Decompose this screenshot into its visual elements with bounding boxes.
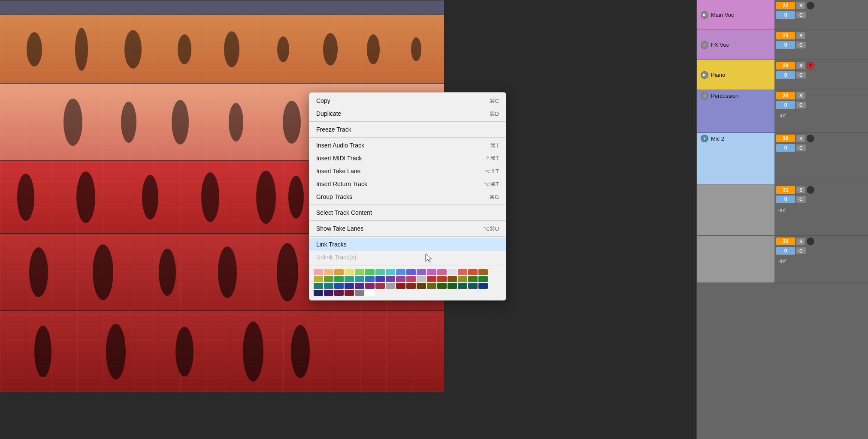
color-swatch[interactable] <box>448 276 457 282</box>
channel-btn-piano[interactable]: C <box>796 72 806 78</box>
color-swatch[interactable] <box>406 269 416 275</box>
channel-btn-fx-voc[interactable]: C <box>796 42 806 48</box>
channel-btn-percussion[interactable]: C <box>796 102 806 108</box>
menu-item-select-content[interactable]: Select Track Content <box>309 206 506 219</box>
color-swatch[interactable] <box>345 269 354 275</box>
color-swatch[interactable] <box>355 290 364 296</box>
arm-btn-32[interactable] <box>807 238 814 245</box>
channel-btn-mic2[interactable]: C <box>796 144 806 151</box>
track-name-area-piano[interactable]: ▶ Piano <box>697 60 774 90</box>
color-swatch[interactable] <box>355 269 364 275</box>
menu-item-copy[interactable]: Copy ⌘C <box>309 94 506 107</box>
color-swatch[interactable] <box>437 269 447 275</box>
channel-btn-32[interactable]: C <box>796 247 806 254</box>
color-swatch[interactable] <box>427 283 436 289</box>
color-swatch[interactable] <box>406 276 416 282</box>
color-swatch[interactable] <box>375 283 385 289</box>
menu-item-show-take-lanes[interactable]: Show Take Lanes ⌥⌘U <box>309 222 506 235</box>
track-name-area-percussion[interactable]: ≡ Percussion <box>697 90 774 132</box>
color-swatch[interactable] <box>345 283 354 289</box>
color-swatch[interactable] <box>375 276 385 282</box>
menu-item-insert-midi[interactable]: Insert MIDI Track ⇧⌘T <box>309 152 506 165</box>
color-swatch[interactable] <box>396 269 405 275</box>
arm-btn-31[interactable] <box>807 186 814 194</box>
menu-item-insert-return[interactable]: Insert Return Track ⌥⌘T <box>309 177 506 190</box>
color-swatch[interactable] <box>314 290 323 296</box>
color-swatch[interactable] <box>448 283 457 289</box>
menu-shortcut-insert-return: ⌥⌘T <box>484 181 499 187</box>
menu-item-duplicate[interactable]: Duplicate ⌘D <box>309 107 506 120</box>
solo-btn-mic2[interactable]: S <box>796 135 805 142</box>
menu-item-unlink-tracks[interactable]: Unlink Track(s) <box>309 251 506 264</box>
arm-btn-main-voc[interactable] <box>807 2 814 9</box>
track-name-area-fx-voc[interactable]: ≡ FX Voc <box>697 30 774 60</box>
color-swatch[interactable] <box>417 283 426 289</box>
channel-btn-31[interactable]: C <box>796 196 806 203</box>
menu-item-insert-audio[interactable]: Insert Audio Track ⌘T <box>309 139 506 152</box>
color-swatch[interactable] <box>345 276 354 282</box>
color-swatch[interactable] <box>468 283 478 289</box>
color-swatch[interactable] <box>437 283 447 289</box>
track-name-area-31[interactable] <box>697 184 774 235</box>
menu-item-insert-take[interactable]: Insert Take Lane ⌥⇧T <box>309 165 506 177</box>
arm-btn-piano[interactable] <box>807 62 814 69</box>
solo-btn-31[interactable]: S <box>796 186 805 193</box>
color-swatch[interactable] <box>386 269 395 275</box>
color-swatch[interactable] <box>314 276 323 282</box>
color-swatch[interactable] <box>334 269 344 275</box>
svg-point-6 <box>323 33 338 66</box>
menu-item-group-tracks[interactable]: Group Tracks ⌘G <box>309 190 506 203</box>
solo-btn-percussion[interactable]: S <box>796 92 805 99</box>
color-swatch[interactable] <box>355 283 364 289</box>
color-swatch[interactable] <box>324 276 333 282</box>
track-region-5[interactable] <box>0 311 444 392</box>
solo-btn-fx-voc[interactable]: S <box>796 32 805 39</box>
color-swatch[interactable] <box>396 283 405 289</box>
solo-btn-32[interactable]: S <box>796 238 805 245</box>
color-swatch[interactable] <box>314 283 323 289</box>
solo-btn-piano[interactable]: S <box>796 62 805 69</box>
menu-item-freeze[interactable]: Freeze Track <box>309 123 506 136</box>
color-swatch[interactable] <box>458 276 467 282</box>
color-swatch[interactable] <box>386 276 395 282</box>
color-swatch[interactable] <box>365 290 375 296</box>
color-swatch[interactable] <box>417 269 426 275</box>
arm-btn-mic2[interactable] <box>807 135 814 142</box>
track-number-fx-voc: 23 <box>776 32 795 39</box>
color-swatch[interactable] <box>417 276 426 282</box>
color-swatch[interactable] <box>437 276 447 282</box>
color-swatch[interactable] <box>386 283 395 289</box>
color-swatch[interactable] <box>468 276 478 282</box>
color-swatch[interactable] <box>345 290 354 296</box>
solo-btn-main-voc[interactable]: S <box>796 2 805 9</box>
color-swatch[interactable] <box>458 283 467 289</box>
color-swatch[interactable] <box>375 269 385 275</box>
color-swatch[interactable] <box>334 283 344 289</box>
color-swatch[interactable] <box>355 276 364 282</box>
color-swatch[interactable] <box>334 290 344 296</box>
track-region-1[interactable] <box>0 15 444 84</box>
color-swatch[interactable] <box>365 276 375 282</box>
color-swatch[interactable] <box>478 276 488 282</box>
color-swatch[interactable] <box>427 269 436 275</box>
menu-item-link-tracks[interactable]: Link Tracks <box>309 238 506 251</box>
color-swatch[interactable] <box>406 283 416 289</box>
color-swatch[interactable] <box>324 283 333 289</box>
channel-btn-main-voc[interactable]: C <box>796 12 806 18</box>
color-swatch[interactable] <box>448 269 457 275</box>
track-name-area-main-voc[interactable]: ▶ Main Voc <box>697 0 774 30</box>
color-swatch[interactable] <box>468 269 478 275</box>
color-swatch[interactable] <box>478 283 488 289</box>
color-swatch[interactable] <box>314 269 323 275</box>
color-swatch[interactable] <box>427 276 436 282</box>
color-swatch[interactable] <box>324 290 333 296</box>
color-swatch[interactable] <box>334 276 344 282</box>
color-swatch[interactable] <box>324 269 333 275</box>
color-swatch[interactable] <box>365 283 375 289</box>
track-name-area-32[interactable] <box>697 236 774 283</box>
track-name-area-mic2[interactable]: ▼ Mic 2 <box>697 133 774 184</box>
color-swatch[interactable] <box>458 269 467 275</box>
color-swatch[interactable] <box>396 276 405 282</box>
color-swatch[interactable] <box>365 269 375 275</box>
color-swatch[interactable] <box>478 269 488 275</box>
